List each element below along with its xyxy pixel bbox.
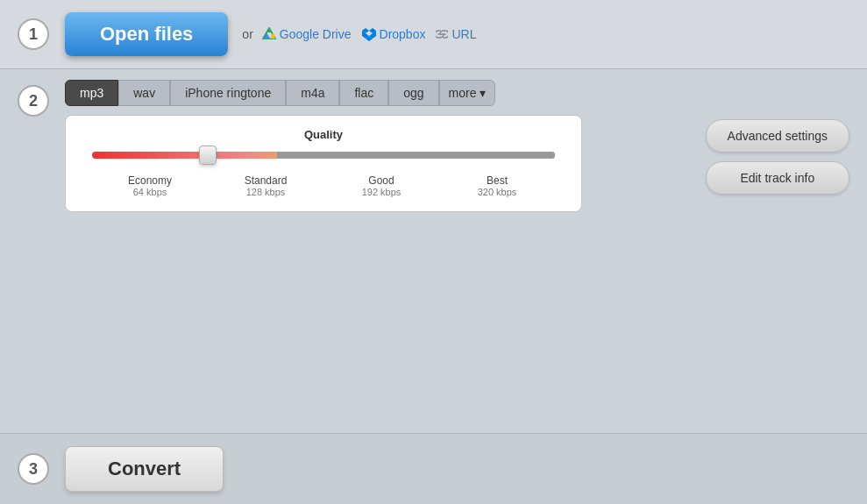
dropbox-icon	[362, 27, 376, 41]
slider-labels: Economy 64 kbps Standard 128 kbps Good 1…	[92, 174, 555, 197]
quality-marker-best-name: Best	[439, 174, 555, 187]
section-1: 1 Open files or Google Drive Dropbox	[0, 0, 867, 69]
edit-track-info-button[interactable]: Edit track info	[706, 161, 849, 195]
url-icon	[436, 28, 448, 40]
section-3: 3 Convert	[0, 434, 867, 504]
tab-mp3[interactable]: mp3	[65, 80, 118, 106]
quality-marker-standard-name: Standard	[208, 174, 323, 187]
step-number-2: 2	[18, 85, 49, 117]
quality-marker-economy: Economy 64 kbps	[92, 174, 208, 197]
url-link[interactable]: URL	[436, 27, 476, 41]
right-buttons: Advanced settings Edit track info	[706, 119, 849, 195]
dropbox-link[interactable]: Dropbox	[362, 27, 426, 41]
quality-marker-standard: Standard 128 kbps	[208, 174, 323, 197]
slider-track-right	[277, 152, 555, 159]
tab-flac[interactable]: flac	[339, 80, 388, 106]
quality-marker-good: Good 192 kbps	[323, 174, 439, 197]
quality-label: Quality	[83, 128, 564, 141]
tab-more[interactable]: more ▾	[439, 80, 496, 106]
format-quality-block: mp3 wav iPhone ringtone m4a flac ogg mor…	[65, 80, 688, 212]
google-drive-icon	[262, 27, 276, 41]
quality-marker-best: Best 320 kbps	[439, 174, 555, 197]
tab-ogg[interactable]: ogg	[388, 80, 438, 106]
quality-marker-best-kbps: 320 kbps	[439, 187, 555, 197]
dropbox-label: Dropbox	[380, 27, 426, 41]
step-number-1: 1	[18, 18, 49, 50]
tab-iphone-ringtone[interactable]: iPhone ringtone	[170, 80, 286, 106]
convert-button[interactable]: Convert	[65, 446, 224, 492]
format-tabs: mp3 wav iPhone ringtone m4a flac ogg mor…	[65, 80, 688, 106]
cloud-links: Google Drive Dropbox URL	[262, 27, 477, 41]
quality-marker-economy-name: Economy	[92, 174, 208, 187]
quality-marker-good-kbps: 192 kbps	[323, 187, 439, 197]
step-number-3: 3	[18, 453, 49, 485]
quality-marker-good-name: Good	[323, 174, 439, 187]
tab-m4a[interactable]: m4a	[286, 80, 339, 106]
google-drive-label: Google Drive	[280, 27, 352, 41]
advanced-settings-button[interactable]: Advanced settings	[706, 119, 849, 153]
quality-slider-container: Economy 64 kbps Standard 128 kbps Good 1…	[92, 152, 555, 197]
tab-wav[interactable]: wav	[118, 80, 170, 106]
open-files-button[interactable]: Open files	[65, 12, 228, 56]
slider-thumb[interactable]	[199, 146, 217, 165]
quality-panel: Quality Economy 64 kbps Standard 128	[65, 115, 582, 212]
google-drive-link[interactable]: Google Drive	[262, 27, 352, 41]
quality-marker-standard-kbps: 128 kbps	[208, 187, 323, 197]
url-label: URL	[451, 27, 476, 41]
slider-track	[92, 152, 555, 159]
section-2: 2 mp3 wav iPhone ringtone m4a flac ogg m…	[0, 69, 867, 434]
or-text: or	[242, 27, 252, 41]
quality-marker-economy-kbps: 64 kbps	[92, 187, 208, 197]
